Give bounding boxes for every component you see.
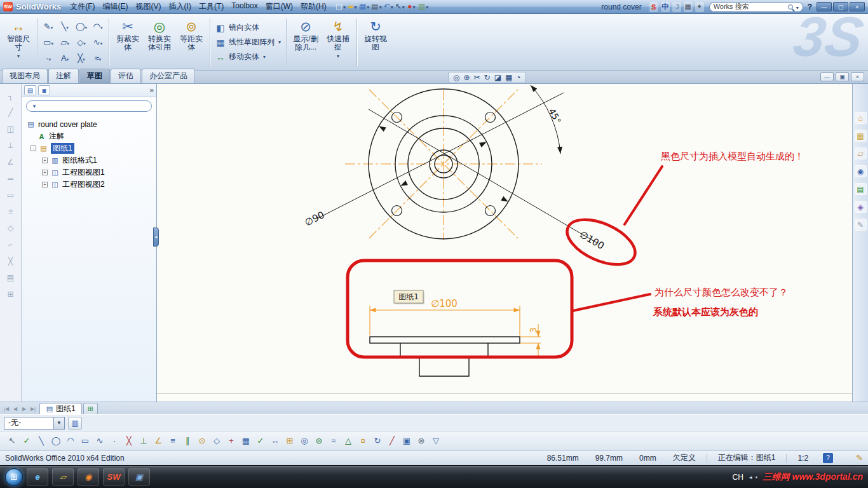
- menu-item[interactable]: 文件(F): [66, 0, 98, 13]
- sketch-tool-button[interactable]: ✎: [40, 18, 57, 34]
- snap-tool-icon[interactable]: ◠: [64, 434, 78, 448]
- dropdown-arrow-icon[interactable]: [66, 22, 69, 31]
- move-entities-button[interactable]: ↔ 移动实体: [213, 51, 283, 63]
- sketch-tool-button[interactable]: ∿: [90, 34, 106, 50]
- snap-tool-icon[interactable]: ✓: [20, 434, 34, 448]
- quick-tips-icon[interactable]: ?: [823, 453, 833, 463]
- design-library-icon[interactable]: ▦: [855, 130, 867, 142]
- linear-sketch-pattern-button[interactable]: ▦ 线性草图阵列: [213, 36, 283, 48]
- dropdown-arrow-icon[interactable]: [17, 51, 20, 60]
- menu-item[interactable]: 编辑(E): [99, 0, 132, 13]
- tab-office-products[interactable]: 办公室产品: [142, 69, 195, 83]
- menu-item[interactable]: 工具(T): [195, 0, 227, 13]
- side-dim-thickness-text[interactable]: 3: [528, 327, 538, 333]
- tree-item-drawing-view2[interactable]: + ◫ 工程图视图2: [23, 179, 155, 191]
- appearances-icon[interactable]: ◈: [855, 201, 867, 213]
- menu-item[interactable]: 插入(I): [165, 0, 195, 13]
- relation-tool-icon[interactable]: ⊞: [7, 290, 13, 299]
- tray-icon[interactable]: ◂: [749, 474, 752, 480]
- snap-tool-icon[interactable]: ╲: [34, 434, 48, 448]
- expand-box-icon[interactable]: +: [42, 182, 48, 187]
- display-delete-relations-button[interactable]: ⊘ 显示/删除几...: [289, 15, 322, 69]
- snap-tool-icon[interactable]: ▣: [400, 434, 414, 448]
- snap-tool-icon[interactable]: ↔: [268, 434, 282, 448]
- snap-tool-icon[interactable]: ◇: [210, 434, 224, 448]
- snap-tool-icon[interactable]: ▦: [239, 434, 253, 448]
- sketch-tool-button[interactable]: ◯: [73, 18, 90, 34]
- doc-restore-button[interactable]: ▣: [836, 72, 849, 81]
- keyboard-icon[interactable]: ▦: [684, 2, 693, 12]
- file-explorer-icon[interactable]: ▱: [855, 147, 867, 159]
- document-window-icon[interactable]: ▣: [128, 468, 150, 485]
- menu-item[interactable]: 视图(V): [132, 0, 165, 13]
- snap-tool-icon[interactable]: ⊙: [195, 434, 209, 448]
- snap-tool-icon[interactable]: ⊞: [283, 434, 297, 448]
- select-arrow-icon[interactable]: ↖: [395, 1, 405, 13]
- snap-tool-icon[interactable]: ◎: [297, 434, 311, 448]
- side-dim-lines[interactable]: [370, 306, 541, 356]
- panel-splitter-handle[interactable]: ◂: [153, 227, 159, 247]
- snap-tool-icon[interactable]: ∥: [180, 434, 194, 448]
- collapse-box-icon[interactable]: -: [31, 146, 36, 151]
- dim-45deg-text[interactable]: 45°: [546, 107, 563, 125]
- snap-tool-icon[interactable]: ◯: [49, 434, 63, 448]
- dropdown-arrow-icon[interactable]: [51, 38, 53, 47]
- edit-sheet-format-icon[interactable]: ▥: [68, 417, 82, 430]
- maximize-button[interactable]: ▢: [833, 2, 848, 11]
- sketch-tool-button[interactable]: ◇: [73, 34, 90, 50]
- red-note-default[interactable]: 系统默认本应该为灰色的: [653, 306, 758, 318]
- snap-tool-icon[interactable]: +: [224, 434, 238, 448]
- search-icon[interactable]: [788, 4, 793, 10]
- doc-close-button[interactable]: ×: [851, 72, 864, 81]
- sheet-nav-icon[interactable]: ◀: [11, 406, 20, 414]
- sketch-tool-button[interactable]: A: [57, 50, 73, 66]
- tab-view-layout[interactable]: 视图布局: [2, 69, 48, 83]
- sketch-tool-button[interactable]: ◠: [90, 18, 106, 34]
- snap-tool-icon[interactable]: △: [341, 434, 355, 448]
- menu-item[interactable]: 窗口(W): [262, 0, 297, 13]
- display-style-icon[interactable]: ◪: [494, 73, 501, 82]
- panel-chevron-icon[interactable]: »: [149, 86, 154, 95]
- relation-tool-icon[interactable]: ◇: [8, 224, 13, 233]
- snap-tool-icon[interactable]: ↻: [370, 434, 384, 448]
- snap-tool-icon[interactable]: ⊥: [137, 434, 151, 448]
- sketch-tool-button[interactable]: ▭: [40, 34, 57, 50]
- menu-item[interactable]: Toolbox: [227, 0, 261, 13]
- relation-tool-icon[interactable]: ⊥: [7, 141, 13, 150]
- sheet-tab-sheet1[interactable]: ▤ 图纸1: [39, 403, 82, 414]
- ime-tools-icon[interactable]: ✦: [695, 2, 704, 12]
- lang-chinese-icon[interactable]: 中: [661, 2, 670, 12]
- relation-tool-icon[interactable]: ∠: [7, 158, 14, 166]
- snap-tool-icon[interactable]: ⊚: [312, 434, 326, 448]
- tab-sketch[interactable]: 草图: [79, 69, 110, 83]
- save-icon[interactable]: ▦: [359, 1, 369, 13]
- tree-item-annotations[interactable]: A 注解: [23, 130, 155, 142]
- property-manager-tab-icon[interactable]: ◙: [38, 85, 50, 95]
- dropdown-arrow-icon[interactable]: ▼: [53, 417, 64, 429]
- centerlines[interactable]: [345, 90, 542, 240]
- snap-tool-icon[interactable]: ╳: [122, 434, 136, 448]
- dropdown-arrow-icon[interactable]: [99, 54, 102, 63]
- language-indicator[interactable]: CH: [733, 473, 743, 482]
- relation-tool-icon[interactable]: ┐: [8, 92, 13, 100]
- dropdown-arrow-icon[interactable]: [48, 54, 51, 63]
- relation-tool-icon[interactable]: ≡: [8, 207, 13, 216]
- relation-tool-icon[interactable]: ▤: [7, 273, 14, 282]
- tree-root-item[interactable]: ▤ round cover plate: [23, 118, 155, 130]
- red-note-question[interactable]: 为什么尺寸颜色怎么改变不了？: [654, 287, 788, 298]
- view-orientation-icon[interactable]: ◔: [516, 73, 520, 82]
- windows-explorer-icon[interactable]: ▱: [52, 468, 74, 485]
- help-button[interactable]: ?: [808, 3, 812, 11]
- smart-dimension-button[interactable]: ↔ 智能尺寸: [3, 15, 34, 69]
- zoom-fit-icon[interactable]: ◎: [453, 73, 459, 82]
- dropdown-arrow-icon[interactable]: [337, 51, 339, 60]
- tab-annotation[interactable]: 注解: [48, 69, 79, 83]
- dropdown-arrow-icon[interactable]: [100, 22, 103, 31]
- list-icon[interactable]: ▥: [418, 1, 428, 13]
- snap-tool-icon[interactable]: ▽: [429, 434, 443, 448]
- start-button[interactable]: ⊞: [5, 468, 23, 486]
- menu-item[interactable]: 帮助(H): [297, 0, 330, 13]
- tray-icon[interactable]: ▪: [755, 474, 757, 480]
- sheet-nav-icon[interactable]: ▶: [20, 406, 29, 414]
- snap-tool-icon[interactable]: ·: [107, 434, 121, 448]
